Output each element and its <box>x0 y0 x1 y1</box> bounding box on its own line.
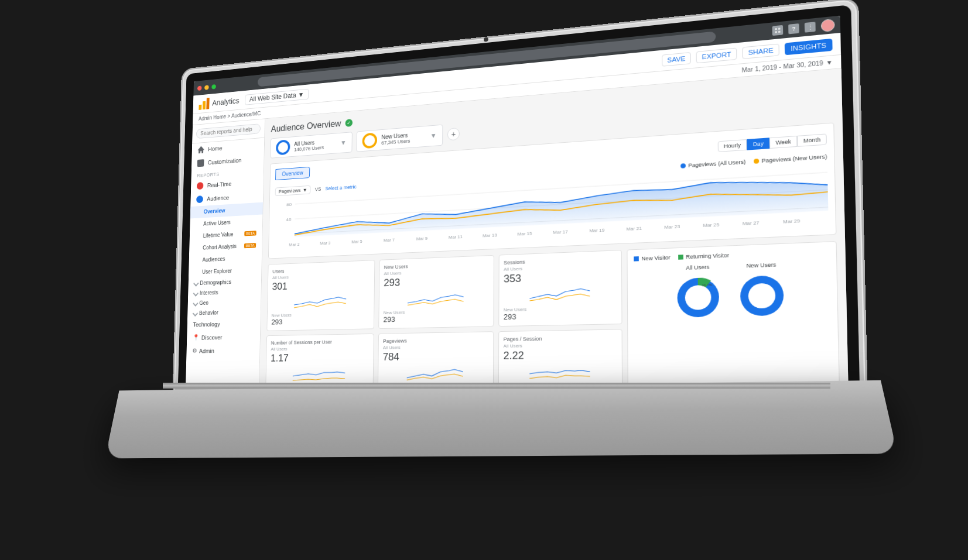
stats-grid: Users All Users 301 <box>265 249 622 384</box>
select-metric-link[interactable]: Select a metric <box>325 184 356 191</box>
sidebar-item-admin[interactable]: ⚙ Admin <box>186 343 259 358</box>
screen-bezel: ? ⋮ <box>177 4 859 387</box>
stat-card-pageviews: Pageviews All Users 784 <box>377 331 493 385</box>
ga-property-select[interactable]: All Web Site Data ▼ <box>245 88 309 105</box>
legend-label-all: Pageviews (All Users) <box>688 159 745 169</box>
insights-button[interactable]: INSIGHTS <box>784 38 832 55</box>
vs-label: VS <box>314 186 321 192</box>
segment-info-new: New Users 67,345 Users <box>381 132 410 145</box>
tab-bar: Overview <box>275 166 310 180</box>
cohort-beta-badge: BETA <box>244 243 255 248</box>
macbook-hinge <box>163 382 830 388</box>
svg-rect-1 <box>778 28 779 29</box>
svg-text:Mar 21: Mar 21 <box>626 226 642 231</box>
ga-property-name: All Web Site Data <box>249 91 296 102</box>
sidebar-item-behavior[interactable]: Behavior <box>187 306 261 318</box>
stat-value-pageviews: 784 <box>382 350 488 363</box>
svg-text:Mar 15: Mar 15 <box>517 231 532 236</box>
pie-legend-blue-swatch <box>634 256 639 262</box>
chrome-help-icon[interactable]: ? <box>788 23 799 34</box>
realtime-icon <box>196 182 203 190</box>
behavior-chevron-icon <box>192 310 197 316</box>
svg-rect-2 <box>775 31 777 33</box>
segment-chip-new-users[interactable]: New Users 67,345 Users ▼ <box>356 124 443 152</box>
tab-overview[interactable]: Overview <box>275 166 310 180</box>
section-title: Audience Overview <box>271 118 341 133</box>
period-btn-month[interactable]: Month <box>797 133 827 146</box>
save-button[interactable]: SAVE <box>661 51 691 66</box>
search-input[interactable] <box>196 123 260 139</box>
pie-chart-all-users: All Users <box>671 263 724 322</box>
chrome-user-avatar[interactable] <box>820 18 834 32</box>
chrome-minimize-dot[interactable] <box>204 84 209 90</box>
stat-mini-chart-new-users <box>383 288 488 308</box>
period-btn-week[interactable]: Week <box>769 135 797 148</box>
svg-text:Mar 17: Mar 17 <box>553 229 568 234</box>
legend-all-users: Pageviews (All Users) <box>680 159 745 169</box>
metric-select-label: Pageviews <box>278 187 300 194</box>
share-button[interactable]: SHARE <box>742 43 779 59</box>
period-tabs: Hourly Day Week Month <box>717 133 826 152</box>
stat-mini-chart-sessions <box>503 284 616 305</box>
period-btn-day[interactable]: Day <box>747 137 769 149</box>
segment-chip-all-users[interactable]: All Users 140,076 Users ▼ <box>270 132 352 159</box>
pie-legend-new-visitor: New Visitor <box>634 254 670 262</box>
svg-text:Mar 9: Mar 9 <box>416 236 427 241</box>
camera <box>484 37 488 42</box>
stat-value-users: 301 <box>272 277 370 292</box>
stat-mini-chart-users <box>271 291 369 311</box>
chrome-close-dot[interactable] <box>197 85 201 91</box>
svg-text:40: 40 <box>286 217 292 222</box>
date-range-chevron[interactable]: ▼ <box>826 59 833 66</box>
svg-text:Mar 3: Mar 3 <box>320 241 330 245</box>
chrome-extensions-icon[interactable] <box>772 25 783 35</box>
sidebar-label-overview: Overview <box>203 207 225 214</box>
stat-value-ps: 2.22 <box>503 348 617 362</box>
macbook-base: MacBook Air <box>105 380 897 458</box>
audience-icon <box>196 195 203 203</box>
stat-card-sessions-per-user: Number of Sessions per User All Users 1.… <box>265 333 374 384</box>
svg-text:Mar 13: Mar 13 <box>483 233 497 238</box>
svg-text:Mar 2: Mar 2 <box>289 242 299 246</box>
export-button[interactable]: EXPORT <box>696 47 737 63</box>
sidebar-label-audience: Audience <box>207 194 229 202</box>
ga-title: Analytics <box>212 96 239 106</box>
main-content: Audience Overview ✓ All Users <box>259 68 848 385</box>
sidebar-label-user-explorer: User Explorer <box>201 267 231 274</box>
svg-text:Mar 5: Mar 5 <box>351 239 362 243</box>
sidebar-label-demographics: Demographics <box>200 279 231 286</box>
ga-logo-bar3 <box>206 97 209 109</box>
svg-text:100%: 100% <box>755 294 768 299</box>
stat-card-pages-session: Pages / Session All Users 2.22 <box>498 329 622 385</box>
macbook-lid: ? ⋮ <box>174 0 866 391</box>
sidebar-item-technology[interactable]: Technology <box>187 317 260 331</box>
stat-card-new-users: New Users All Users 293 <box>378 255 494 328</box>
legend-dot-blue <box>680 163 686 169</box>
metric-select[interactable]: Pageviews ▼ <box>275 185 310 196</box>
period-btn-hourly[interactable]: Hourly <box>717 139 747 152</box>
ga-app: ? ⋮ <box>186 15 848 384</box>
chrome-maximize-dot[interactable] <box>211 84 216 89</box>
svg-text:88.2%: 88.2% <box>691 290 704 294</box>
stat-label-ps: Pages / Session <box>503 334 617 342</box>
ga-logo-icon <box>199 97 209 109</box>
sidebar-label-realtime: Real-Time <box>207 180 231 188</box>
sidebar-label-interests: Interests <box>199 289 218 296</box>
sidebar-label-cohort: Cohort Analysis <box>203 243 237 250</box>
svg-text:Mar 19: Mar 19 <box>589 228 604 232</box>
stat-sub-spu: All Users <box>271 345 369 352</box>
stats-and-pies: Users All Users 301 <box>265 241 840 384</box>
sidebar-item-discover[interactable]: 📍 Discover <box>186 329 259 344</box>
chart-controls-left: Overview <box>275 166 310 184</box>
svg-text:Mar 25: Mar 25 <box>703 222 719 227</box>
verified-icon: ✓ <box>345 119 353 127</box>
svg-text:Mar 7: Mar 7 <box>383 238 394 242</box>
pie-svg-all-users: 88.2% 11.7% <box>672 272 724 322</box>
pie-legend-new-visitor-label: New Visitor <box>641 254 670 261</box>
chrome-menu-icon[interactable]: ⋮ <box>804 22 815 33</box>
stat-label-spu: Number of Sessions per User <box>271 338 369 345</box>
svg-text:Mar 23: Mar 23 <box>664 224 680 229</box>
macbook-scene: ? ⋮ <box>74 17 894 544</box>
add-segment-button[interactable]: + <box>447 127 459 140</box>
stat-card-sessions: Sessions All Users 353 <box>498 249 622 326</box>
